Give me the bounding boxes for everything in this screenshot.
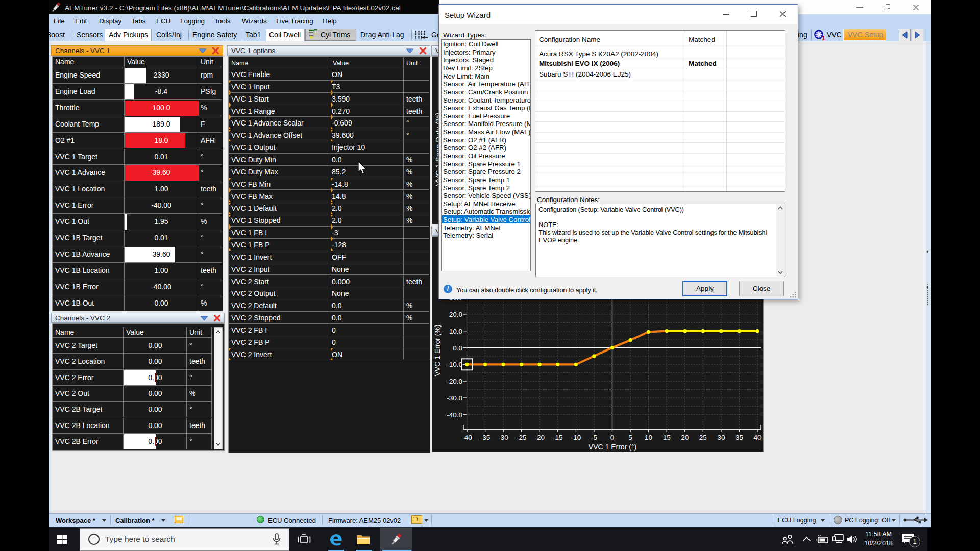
svg-text:10: 10 [645,434,652,441]
svg-text:-25: -25 [517,434,527,441]
svg-text:-15: -15 [553,434,563,441]
svg-text:25: 25 [699,434,707,441]
svg-text:10.0: 10.0 [449,328,462,335]
svg-text:35: 35 [736,434,743,441]
svg-text:VVC 1 Error (%): VVC 1 Error (%) [433,324,442,376]
svg-text:40: 40 [753,434,761,441]
svg-text:-20.0: -20.0 [447,378,462,385]
svg-text:-35: -35 [480,434,491,441]
svg-text:15: 15 [663,434,671,441]
svg-text:1: 1 [822,34,825,41]
svg-text:5: 5 [628,434,632,441]
svg-text:VVC 1 Error (°): VVC 1 Error (°) [589,443,636,451]
svg-text:-10: -10 [571,434,581,441]
svg-text:-5: -5 [591,434,597,441]
svg-text:0.0: 0.0 [453,344,462,352]
svg-text:20.0: 20.0 [449,311,462,318]
svg-text:20: 20 [681,434,689,441]
svg-text:-40.0: -40.0 [447,411,462,419]
svg-text:-30.0: -30.0 [447,394,462,402]
svg-text:-40: -40 [462,434,472,441]
svg-text:30: 30 [717,434,725,441]
svg-text:-10.0: -10.0 [447,361,462,368]
svg-text:-30: -30 [498,434,508,441]
svg-text:0: 0 [610,434,615,441]
svg-text:-20: -20 [534,434,545,441]
